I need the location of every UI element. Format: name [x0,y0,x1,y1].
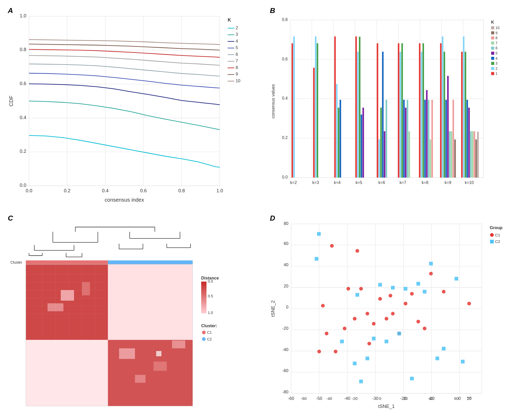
svg-text:-60: -60 [282,368,289,373]
svg-rect-102 [431,100,433,177]
svg-point-280 [423,326,426,330]
svg-text:0.4: 0.4 [20,115,26,120]
svg-text:0.8: 0.8 [178,188,185,193]
svg-text:0.0: 0.0 [208,279,213,283]
svg-text:4: 4 [236,39,238,43]
svg-rect-70 [313,68,315,177]
svg-rect-88 [398,43,399,177]
figure-container: A 0.0 0.2 0.4 0.6 0.8 1.0 0.0 [0,0,532,417]
svg-text:-60: -60 [301,396,307,401]
svg-rect-182 [82,282,90,295]
svg-point-282 [442,290,446,293]
svg-rect-72 [317,43,318,177]
svg-text:k=8: k=8 [422,180,428,185]
svg-text:consensus index: consensus index [105,197,144,203]
svg-point-273 [385,317,388,320]
svg-rect-195 [108,264,193,340]
svg-rect-144 [491,57,494,60]
svg-point-283 [467,302,471,305]
svg-text:-20: -20 [352,396,358,401]
svg-rect-100 [428,100,429,177]
svg-rect-106 [445,100,447,177]
svg-rect-104 [442,36,443,177]
svg-text:9: 9 [236,72,238,76]
svg-rect-288 [356,293,359,297]
svg-text:3: 3 [236,32,238,37]
svg-rect-298 [417,282,420,285]
svg-rect-196 [26,340,108,406]
svg-point-278 [410,292,414,296]
svg-point-269 [366,312,369,315]
svg-text:10: 10 [236,78,240,83]
svg-text:k=4: k=4 [334,180,341,185]
svg-point-263 [334,350,337,353]
svg-rect-299 [423,290,426,293]
svg-point-279 [417,320,420,323]
svg-rect-297 [410,377,414,380]
svg-rect-200 [135,375,146,383]
svg-rect-132 [491,26,494,29]
panel-a-svg: 0.0 0.2 0.4 0.6 0.8 1.0 0.0 0.2 0.4 0.6 … [8,8,262,208]
svg-rect-302 [442,347,446,350]
svg-text:0.0: 0.0 [282,175,288,179]
svg-rect-80 [361,114,362,177]
svg-text:20: 20 [284,283,288,288]
svg-text:K: K [491,20,494,24]
svg-text:0.2: 0.2 [64,188,71,193]
svg-rect-112 [461,52,463,177]
svg-rect-105 [444,52,445,177]
svg-rect-101 [429,139,431,177]
svg-rect-285 [317,232,321,236]
svg-text:70: 70 [467,396,471,401]
svg-text:40: 40 [284,262,288,267]
svg-rect-98 [424,100,426,177]
panel-c-label: C [8,214,13,222]
svg-rect-76 [340,100,341,177]
svg-text:5: 5 [236,45,238,50]
svg-text:-50: -50 [316,396,322,401]
svg-rect-73 [334,36,336,177]
svg-text:0.0: 0.0 [26,188,32,193]
svg-text:-20: -20 [282,326,289,331]
svg-text:C1: C1 [495,233,500,237]
svg-text:CDF: CDF [8,95,14,106]
svg-rect-84 [380,108,382,178]
svg-text:0.6: 0.6 [282,57,288,61]
svg-point-270 [367,342,371,345]
svg-point-262 [330,244,334,248]
svg-rect-96 [421,52,422,177]
svg-rect-205 [201,282,206,313]
svg-rect-119 [474,131,475,177]
svg-rect-290 [366,357,369,360]
svg-text:k=10: k=10 [465,180,474,185]
svg-point-212 [202,337,206,341]
svg-rect-148 [491,67,494,70]
svg-rect-115 [467,100,468,177]
svg-text:2: 2 [236,25,238,30]
svg-point-210 [202,331,206,334]
svg-point-306 [490,233,494,237]
svg-text:k=7: k=7 [400,180,406,185]
svg-text:Group: Group [490,225,502,230]
svg-point-260 [321,304,325,307]
panel-d-label: D [270,214,275,222]
svg-text:0.0: 0.0 [20,182,26,188]
svg-rect-286 [340,339,344,343]
svg-rect-111 [454,139,456,177]
panel-c: C [5,213,265,417]
svg-text:k=6: k=6 [378,180,385,185]
svg-rect-303 [455,277,458,280]
svg-rect-85 [382,52,384,177]
svg-rect-179 [26,264,108,340]
svg-rect-121 [477,132,479,177]
svg-text:0: 0 [379,396,381,401]
svg-rect-296 [404,287,407,290]
svg-rect-120 [475,139,477,177]
svg-text:1.0: 1.0 [208,310,213,315]
svg-rect-201 [172,340,185,348]
svg-point-281 [429,272,433,275]
svg-text:6: 6 [495,46,497,50]
svg-rect-109 [451,131,452,177]
svg-rect-134 [491,31,494,35]
panel-a-label: A [8,6,13,15]
